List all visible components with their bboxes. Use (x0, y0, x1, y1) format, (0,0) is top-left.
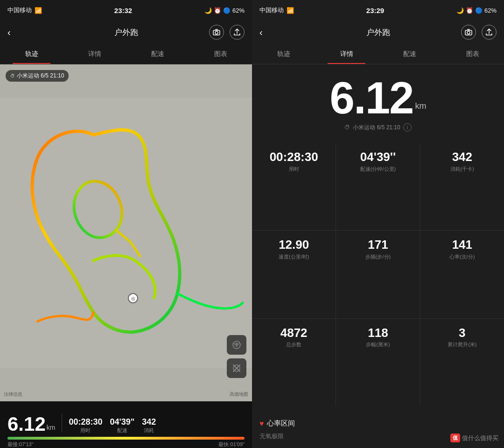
right-tab-track[interactable]: 轨迹 (252, 44, 315, 64)
stat-cell-1: 04'39'' 配速(分钟/公里) (336, 143, 420, 230)
right-share-button[interactable] (482, 25, 497, 40)
slowest-pace: 最慢:07'13" (7, 441, 34, 448)
left-alarm-icon: ⏰ (214, 7, 221, 14)
fastest-pace: 最快:01'09" (218, 441, 245, 448)
stat-value-4: 171 (368, 238, 388, 252)
right-carrier: 中国移动 (259, 6, 284, 14)
bottom-pace-label: 配速 (117, 427, 127, 434)
route-map: ◎ (0, 64, 252, 401)
left-bluetooth-icon: 🔵 (223, 7, 231, 14)
svg-rect-2 (0, 98, 252, 368)
stat-label-4: 步频(步/分) (365, 253, 391, 260)
source-icon: ⏱ (344, 124, 350, 131)
left-time: 23:32 (114, 7, 132, 14)
big-distance-unit: km (415, 101, 426, 111)
info-icon[interactable]: i (403, 123, 412, 132)
map-brand: 高德地图 (230, 391, 248, 398)
left-back-button[interactable]: ‹ (7, 27, 11, 38)
left-tab-pace[interactable]: 配速 (126, 44, 189, 64)
left-tab-track[interactable]: 轨迹 (0, 44, 63, 64)
stat-label-2: 消耗(千卡) (450, 166, 474, 173)
left-camera-button[interactable] (209, 25, 224, 40)
right-tab-chart[interactable]: 图表 (441, 44, 504, 64)
left-share-button[interactable] (230, 25, 245, 40)
stat-cell-3: 12.90 速度(公里/时) (252, 231, 336, 318)
stat-label-3: 速度(公里/时) (279, 253, 309, 260)
left-carrier: 中国移动 (7, 6, 32, 14)
left-moon-icon: 🌙 (204, 7, 212, 14)
right-status-bar: 中国移动 📶 23:29 🌙 ⏰ 🔵 62% (252, 0, 504, 21)
watermark-text: 值什么值得买 (462, 434, 498, 442)
right-alarm-icon: ⏰ (466, 7, 473, 14)
pace-gradient-bar (7, 437, 245, 440)
watermark-icon: 值 (450, 434, 460, 442)
big-distance-section: 6.12 km ⏱ 小米运动 6/5 21:10 i (252, 64, 504, 137)
right-header-icons (461, 25, 497, 40)
stat-value-7: 118 (368, 326, 388, 340)
stat-cell-2: 342 消耗(千卡) (420, 143, 504, 230)
bottom-distance-value: 6.12 (7, 414, 46, 434)
stat-value-3: 12.90 (279, 238, 309, 252)
stat-cell-7: 118 步幅(厘米) (336, 319, 420, 406)
heart-title-row: ♥ 心率区间 (259, 419, 497, 428)
left-status-right: 🌙 ⏰ 🔵 62% (204, 7, 245, 14)
heart-rate-section: ♥ 心率区间 无氧极限 (252, 412, 504, 448)
left-tab-detail[interactable]: 详情 (63, 44, 126, 64)
stat-label-0: 用时 (289, 166, 299, 173)
bottom-duration-value: 00:28:30 (69, 417, 102, 427)
stat-cell-6: 4872 总步数 (252, 319, 336, 406)
stat-value-1: 04'39'' (360, 150, 396, 164)
left-status-bar: 中国移动 📶 23:32 🌙 ⏰ 🔵 62% (0, 0, 252, 21)
pace-labels: 最慢:07'13" 最快:01'09" (7, 441, 245, 448)
svg-point-1 (215, 31, 218, 34)
left-bottom-bar: 6.12 km 00:28:30 用时 04'39" 配速 342 消耗 最慢:… (0, 401, 252, 448)
stat-label-6: 总步数 (286, 341, 301, 348)
stat-cell-8: 3 累计爬升(米) (420, 319, 504, 406)
bottom-stat-calorie: 342 消耗 (142, 417, 156, 434)
bottom-stats-row: 6.12 km 00:28:30 用时 04'39" 配速 342 消耗 (7, 406, 245, 434)
bottom-pace-value: 04'39" (110, 417, 134, 427)
stat-label-8: 累计爬升(米) (448, 341, 476, 348)
map-toggle-2[interactable] (227, 358, 246, 378)
svg-point-11 (467, 31, 470, 34)
app-watermark: 值 值什么值得买 (450, 434, 498, 442)
heart-icon: ♥ (259, 420, 264, 428)
bottom-distance-unit: km (47, 424, 56, 431)
big-distance-value: 6.12 (330, 76, 413, 120)
source-row: ⏱ 小米运动 6/5 21:10 i (344, 123, 411, 132)
stat-value-2: 342 (452, 150, 472, 164)
left-title: 户外跑 (114, 27, 138, 38)
stat-label-1: 配速(分钟/公里) (360, 166, 396, 173)
right-wifi-icon: 📶 (287, 7, 294, 14)
map-controls (227, 335, 246, 378)
big-distance-row: 6.12 km (330, 76, 427, 120)
heart-subtitle: 无氧极限 (259, 433, 284, 440)
stat-cell-0: 00:28:30 用时 (252, 143, 336, 230)
right-bluetooth-icon: 🔵 (475, 7, 483, 14)
left-header-icons (209, 25, 245, 40)
right-back-button[interactable]: ‹ (259, 27, 263, 38)
stat-value-5: 141 (452, 238, 472, 252)
right-status-left: 中国移动 📶 (259, 6, 294, 14)
right-camera-button[interactable] (461, 25, 476, 40)
left-tab-chart[interactable]: 图表 (189, 44, 252, 64)
left-header: ‹ 户外跑 (0, 21, 252, 44)
right-header: ‹ 户外跑 (252, 21, 504, 44)
right-time: 23:29 (366, 7, 384, 14)
right-tab-detail[interactable]: 详情 (315, 44, 378, 64)
right-tab-pace[interactable]: 配速 (378, 44, 441, 64)
right-moon-icon: 🌙 (456, 7, 464, 14)
map-legal: 法律信息 (4, 391, 22, 398)
map-area: ◎ ⏱ 小米运动 6/5 21:10 法律信息 高德地图 (0, 64, 252, 401)
map-toggle-1[interactable] (227, 335, 246, 355)
stat-label-5: 心率(次/分) (449, 253, 475, 260)
stats-grid: 00:28:30 用时 04'39'' 配速(分钟/公里) 342 消耗(千卡)… (252, 143, 504, 406)
map-timestamp: ⏱ 小米运动 6/5 21:10 (6, 70, 69, 82)
bottom-calorie-value: 342 (142, 417, 156, 427)
right-battery: 62% (484, 7, 497, 14)
left-status-left: 中国移动 📶 (7, 6, 42, 14)
stat-cell-5: 141 心率(次/分) (420, 231, 504, 318)
bottom-stat-duration: 00:28:30 用时 (69, 417, 102, 434)
right-status-right: 🌙 ⏰ 🔵 62% (456, 7, 497, 14)
bottom-divider-1 (62, 413, 62, 432)
